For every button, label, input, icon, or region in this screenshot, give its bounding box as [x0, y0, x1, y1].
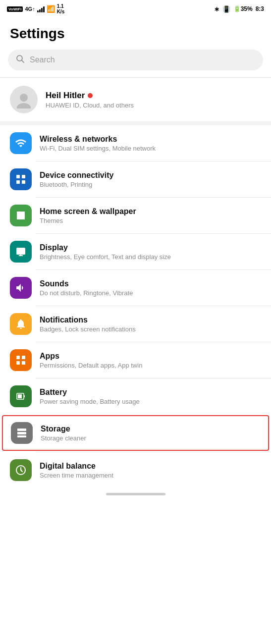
avatar: [10, 86, 38, 113]
online-indicator: [88, 93, 93, 98]
signal-bar-2: [39, 9, 41, 12]
settings-icon-sounds: [10, 277, 32, 299]
svg-rect-5: [22, 175, 25, 178]
settings-item-storage[interactable]: StorageStorage cleaner: [2, 415, 269, 451]
settings-icon-apps: [10, 349, 32, 371]
settings-icon-digitalbalance: [10, 459, 32, 481]
svg-rect-6: [16, 180, 20, 184]
svg-rect-20: [17, 432, 26, 434]
network-type: 4G↑: [25, 6, 35, 12]
settings-title-sounds: Sounds: [40, 279, 261, 288]
svg-rect-19: [17, 429, 26, 431]
settings-icon-notifications: [10, 313, 32, 335]
settings-icon-display: [10, 241, 32, 263]
settings-text-homescreen: Home screen & wallpaperThemes: [40, 207, 261, 224]
settings-text-apps: AppsPermissions, Default apps, App twin: [40, 352, 261, 369]
vowifi-indicator: VoWiFi: [7, 6, 23, 12]
account-section[interactable]: Heil Hitler HUAWEI ID, Cloud, and others: [0, 78, 271, 121]
settings-item-display[interactable]: DisplayBrightness, Eye comfort, Text and…: [0, 234, 271, 269]
battery-indicator: 🔋35%: [233, 5, 253, 12]
speed-indicator: 1.1K/s: [57, 3, 65, 14]
svg-rect-4: [16, 175, 20, 178]
svg-point-3: [17, 103, 31, 108]
settings-text-digitalbalance: Digital balanceScreen time management: [40, 462, 261, 479]
settings-text-battery: BatteryPower saving mode, Battery usage: [40, 388, 261, 405]
search-bar[interactable]: Search: [8, 50, 263, 70]
svg-rect-13: [16, 356, 20, 359]
settings-subtitle-battery: Power saving mode, Battery usage: [40, 398, 261, 405]
account-subtitle: HUAWEI ID, Cloud, and others: [46, 102, 134, 109]
home-bar: [106, 493, 165, 495]
svg-rect-12: [16, 248, 25, 255]
settings-title-display: Display: [40, 243, 261, 252]
settings-subtitle-display: Brightness, Eye comfort, Text and displa…: [40, 253, 261, 261]
settings-title-battery: Battery: [40, 388, 261, 397]
settings-title-digitalbalance: Digital balance: [40, 462, 261, 471]
signal-bar-4: [43, 6, 45, 12]
signal-bar-3: [41, 8, 43, 12]
settings-text-storage: StorageStorage cleaner: [41, 425, 260, 442]
settings-icon-connectivity: [10, 168, 32, 190]
settings-text-display: DisplayBrightness, Eye comfort, Text and…: [40, 243, 261, 261]
settings-subtitle-homescreen: Themes: [40, 217, 261, 224]
page-title: Settings: [0, 18, 271, 47]
svg-rect-14: [22, 356, 25, 359]
vibrate-icon: 📳: [222, 5, 230, 13]
svg-rect-18: [18, 394, 22, 398]
settings-subtitle-connectivity: Bluetooth, Printing: [40, 181, 261, 188]
settings-item-connectivity[interactable]: Device connectivityBluetooth, Printing: [0, 161, 271, 197]
svg-rect-7: [22, 180, 25, 184]
account-name: Heil Hitler: [46, 91, 85, 101]
settings-item-digitalbalance[interactable]: Digital balanceScreen time management: [0, 452, 271, 488]
settings-text-wireless: Wireless & networksWi-Fi, Dual SIM setti…: [40, 135, 261, 152]
settings-subtitle-apps: Permissions, Default apps, App twin: [40, 362, 261, 369]
settings-subtitle-storage: Storage cleaner: [41, 434, 260, 442]
settings-icon-battery: [10, 385, 32, 407]
status-bar-left: VoWiFi 4G↑ 📶 1.1K/s: [7, 3, 64, 14]
svg-rect-16: [22, 361, 25, 365]
svg-rect-21: [17, 435, 26, 437]
settings-subtitle-sounds: Do not disturb, Ringtone, Vibrate: [40, 289, 261, 297]
settings-title-wireless: Wireless & networks: [40, 135, 261, 144]
status-bar-right: ∗ 📳 🔋35% 8:3: [214, 5, 264, 13]
settings-title-homescreen: Home screen & wallpaper: [40, 207, 261, 216]
section-divider: [0, 121, 271, 125]
svg-rect-15: [16, 361, 20, 365]
settings-subtitle-wireless: Wi-Fi, Dual SIM settings, Mobile network: [40, 145, 261, 152]
svg-line-1: [22, 60, 24, 63]
search-icon: [16, 54, 25, 65]
settings-text-notifications: NotificationsBadges, Lock screen notific…: [40, 316, 261, 333]
settings-item-wireless[interactable]: Wireless & networksWi-Fi, Dual SIM setti…: [0, 125, 271, 161]
settings-title-storage: Storage: [41, 425, 260, 433]
wifi-icon: 📶: [47, 5, 55, 13]
settings-icon-homescreen: [10, 205, 32, 226]
settings-item-sounds[interactable]: SoundsDo not disturb, Ringtone, Vibrate: [0, 270, 271, 306]
settings-subtitle-digitalbalance: Screen time management: [40, 472, 261, 479]
settings-list: Wireless & networksWi-Fi, Dual SIM setti…: [0, 125, 271, 488]
settings-icon-storage: [11, 422, 33, 444]
settings-title-apps: Apps: [40, 352, 261, 361]
svg-rect-11: [21, 216, 24, 218]
settings-item-notifications[interactable]: NotificationsBadges, Lock screen notific…: [0, 306, 271, 342]
settings-title-notifications: Notifications: [40, 316, 261, 324]
bluetooth-icon: ∗: [214, 5, 219, 13]
account-info: Heil Hitler HUAWEI ID, Cloud, and others: [46, 91, 134, 109]
settings-item-homescreen[interactable]: Home screen & wallpaperThemes: [0, 198, 271, 233]
settings-text-connectivity: Device connectivityBluetooth, Printing: [40, 171, 261, 188]
account-name-row: Heil Hitler: [46, 91, 134, 101]
settings-icon-wireless: [10, 132, 32, 154]
settings-text-sounds: SoundsDo not disturb, Ringtone, Vibrate: [40, 279, 261, 297]
settings-item-apps[interactable]: AppsPermissions, Default apps, App twin: [0, 342, 271, 378]
status-bar: VoWiFi 4G↑ 📶 1.1K/s ∗ 📳 🔋35% 8:3: [0, 0, 271, 18]
settings-subtitle-notifications: Badges, Lock screen notifications: [40, 325, 261, 333]
svg-point-2: [20, 94, 28, 102]
svg-rect-10: [18, 216, 20, 218]
signal-bar-1: [37, 10, 39, 12]
settings-item-battery[interactable]: BatteryPower saving mode, Battery usage: [0, 378, 271, 414]
home-indicator[interactable]: [0, 488, 271, 503]
svg-rect-8: [18, 213, 20, 215]
signal-bars: [37, 5, 45, 12]
time-display: 8:3: [256, 5, 264, 12]
search-placeholder: Search: [30, 55, 55, 64]
settings-title-connectivity: Device connectivity: [40, 171, 261, 180]
